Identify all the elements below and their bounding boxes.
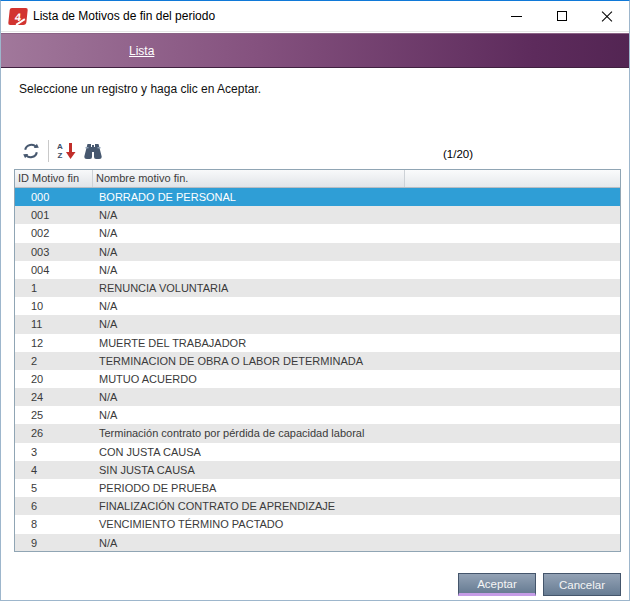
cell-name: BORRADO DE PERSONAL xyxy=(93,188,620,206)
cell-name: N/A xyxy=(93,261,620,279)
app-icon-glyph: 4 xyxy=(14,10,21,22)
table-row[interactable]: 25N/A xyxy=(15,406,620,424)
close-button[interactable] xyxy=(584,1,629,31)
maximize-icon xyxy=(557,11,567,21)
cell-name: N/A xyxy=(93,206,620,224)
minimize-button[interactable] xyxy=(494,1,539,31)
cell-name: TERMINACION DE OBRA O LABOR DETERMINADA xyxy=(93,352,620,370)
cell-name: RENUNCIA VOLUNTARIA xyxy=(93,279,620,297)
minimize-icon xyxy=(511,16,522,17)
cell-id: 002 xyxy=(15,224,93,242)
cell-name: MUTUO ACUERDO xyxy=(93,370,620,388)
table-row[interactable]: 12MUERTE DEL TRABAJADOR xyxy=(15,334,620,352)
table-row[interactable]: 004N/A xyxy=(15,261,620,279)
table-row[interactable]: 2TERMINACION DE OBRA O LABOR DETERMINADA xyxy=(15,352,620,370)
cell-name: N/A xyxy=(93,224,620,242)
table-row[interactable]: 5PERIODO DE PRUEBA xyxy=(15,479,620,497)
cell-id: 20 xyxy=(15,370,93,388)
table-row[interactable]: 10N/A xyxy=(15,297,620,315)
sort-letter-z: Z xyxy=(58,151,63,160)
column-header-id[interactable]: ID Motivo fin xyxy=(15,170,93,187)
cell-name: FINALIZACIÓN CONTRATO DE APRENDIZAJE xyxy=(93,497,620,515)
cell-id: 4 xyxy=(15,461,93,479)
cell-name: N/A xyxy=(93,243,620,261)
sort-az-icon: A Z xyxy=(55,140,65,162)
table-row[interactable]: 000BORRADO DE PERSONAL xyxy=(15,188,620,206)
table-header-row: ID Motivo fin Nombre motivo fin. xyxy=(15,170,620,188)
window-title: Lista de Motivos de fin del periodo xyxy=(33,9,215,23)
tab-band: Lista xyxy=(1,33,629,68)
cell-id: 6 xyxy=(15,497,93,515)
cell-id: 1 xyxy=(15,279,93,297)
cell-id: 004 xyxy=(15,261,93,279)
table-row[interactable]: 4SIN JUSTA CAUSA xyxy=(15,461,620,479)
table-row[interactable]: 1RENUNCIA VOLUNTARIA xyxy=(15,279,620,297)
cell-name: VENCIMIENTO TÉRMINO PACTADO xyxy=(93,515,620,533)
cell-id: 12 xyxy=(15,334,93,352)
cancelar-button[interactable]: Cancelar xyxy=(543,573,621,596)
cell-id: 11 xyxy=(15,315,93,333)
cell-id: 24 xyxy=(15,388,93,406)
cell-name: N/A xyxy=(93,534,620,552)
cell-id: 3 xyxy=(15,443,93,461)
column-header-filler xyxy=(405,170,620,187)
close-icon xyxy=(601,11,612,22)
sort-button[interactable]: A Z xyxy=(55,140,77,162)
tab-lista[interactable]: Lista xyxy=(129,44,154,58)
record-counter: (1/20) xyxy=(443,148,473,160)
table-row[interactable]: 3CON JUSTA CAUSA xyxy=(15,443,620,461)
table-row[interactable]: 001N/A xyxy=(15,206,620,224)
cell-id: 003 xyxy=(15,243,93,261)
cell-name: CON JUSTA CAUSA xyxy=(93,443,620,461)
binoculars-search-icon xyxy=(81,141,105,161)
titlebar: 4 Lista de Motivos de fin del periodo xyxy=(1,1,629,32)
cell-name: N/A xyxy=(93,297,620,315)
table-row[interactable]: 002N/A xyxy=(15,224,620,242)
app-icon: 4 xyxy=(8,8,28,25)
cell-name: N/A xyxy=(93,406,620,424)
cell-name: N/A xyxy=(93,388,620,406)
caption-buttons xyxy=(494,1,629,31)
cell-name: Terminación contrato por pérdida de capa… xyxy=(93,424,620,442)
cell-name: SIN JUSTA CAUSA xyxy=(93,461,620,479)
table-row[interactable]: 11N/A xyxy=(15,315,620,333)
table-body: 000BORRADO DE PERSONAL001N/A002N/A003N/A… xyxy=(15,188,620,552)
cell-id: 10 xyxy=(15,297,93,315)
refresh-icon xyxy=(21,141,41,161)
table-row[interactable]: 003N/A xyxy=(15,243,620,261)
table-row[interactable]: 20MUTUO ACUERDO xyxy=(15,370,620,388)
motivos-table: ID Motivo fin Nombre motivo fin. 000BORR… xyxy=(14,169,621,552)
table-row[interactable]: 24N/A xyxy=(15,388,620,406)
refresh-button[interactable] xyxy=(21,141,41,161)
toolbar-separator xyxy=(48,140,49,162)
table-row[interactable]: 9N/A xyxy=(15,534,620,552)
cell-id: 5 xyxy=(15,479,93,497)
cell-name: PERIODO DE PRUEBA xyxy=(93,479,620,497)
cell-name: N/A xyxy=(93,315,620,333)
table-row[interactable]: 8VENCIMIENTO TÉRMINO PACTADO xyxy=(15,515,620,533)
cell-id: 25 xyxy=(15,406,93,424)
cell-id: 001 xyxy=(15,206,93,224)
maximize-button[interactable] xyxy=(539,1,584,31)
sort-letter-a: A xyxy=(57,142,63,151)
cell-id: 2 xyxy=(15,352,93,370)
dialog-window: 4 Lista de Motivos de fin del periodo Li… xyxy=(0,0,630,601)
column-header-nombre[interactable]: Nombre motivo fin. xyxy=(93,170,405,187)
cell-id: 000 xyxy=(15,188,93,206)
cell-id: 26 xyxy=(15,424,93,442)
cell-id: 9 xyxy=(15,534,93,552)
table-row[interactable]: 6FINALIZACIÓN CONTRATO DE APRENDIZAJE xyxy=(15,497,620,515)
instruction-text: Seleccione un registro y haga clic en Ac… xyxy=(19,82,261,96)
aceptar-button[interactable]: Aceptar xyxy=(458,573,536,596)
cell-id: 8 xyxy=(15,515,93,533)
table-row[interactable]: 26Terminación contrato por pérdida de ca… xyxy=(15,424,620,442)
cell-name: MUERTE DEL TRABAJADOR xyxy=(93,334,620,352)
search-button[interactable] xyxy=(81,141,105,161)
